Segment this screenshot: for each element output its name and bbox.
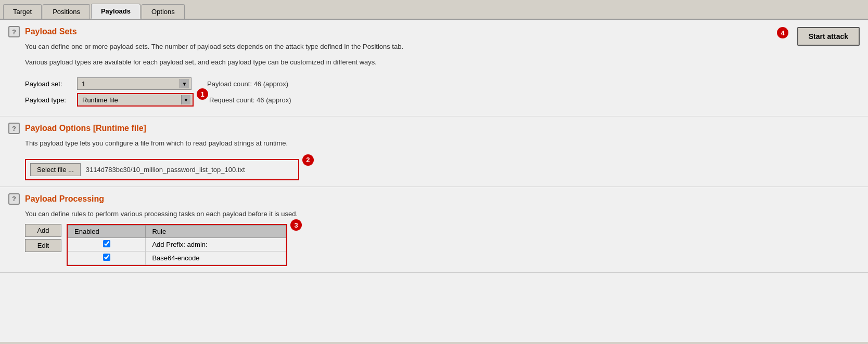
payload-type-select[interactable]: Runtime file ▼ xyxy=(78,94,193,105)
row2-enabled xyxy=(68,252,146,265)
payload-type-row: Payload type: Runtime file ▼ 1 Request c… xyxy=(25,93,860,107)
table-row: Base64-encode xyxy=(68,252,286,265)
payload-options-header: ? Payload Options [Runtime file] xyxy=(8,123,860,134)
payload-type-label: Payload type: xyxy=(25,96,77,104)
processing-table-wrapper: Enabled Rule Add Prefix: admin: xyxy=(67,224,287,266)
payload-type-value: Runtime file xyxy=(80,96,181,104)
row1-checkbox[interactable] xyxy=(103,240,110,247)
tab-target[interactable]: Target xyxy=(3,4,42,19)
payload-sets-header: ? Payload Sets xyxy=(8,26,860,37)
row2-rule: Base64-encode xyxy=(146,252,286,265)
request-count-label: Request count: 46 (approx) xyxy=(209,96,291,104)
tab-bar: Target Positions Payloads Options xyxy=(0,0,868,20)
add-rule-button[interactable]: Add xyxy=(25,224,61,237)
payload-sets-desc2: Various payload types are available for … xyxy=(25,57,860,68)
annotation-2: 2 xyxy=(302,154,314,166)
row1-rule: Add Prefix: admin: xyxy=(146,238,286,252)
row2-checkbox[interactable] xyxy=(103,254,110,261)
annotation-4: 4 xyxy=(777,27,788,38)
annotation-3: 3 xyxy=(290,219,302,231)
annotation-1: 1 xyxy=(197,88,208,100)
payload-processing-desc: You can define rules to perform various … xyxy=(25,209,860,219)
col-rule: Rule xyxy=(146,226,286,238)
select-file-button[interactable]: Select file ... xyxy=(30,163,81,176)
start-attack-button[interactable]: Start attack xyxy=(797,27,860,46)
row1-enabled xyxy=(68,238,146,252)
payload-processing-title: Payload Processing xyxy=(25,194,104,204)
payload-set-label: Payload set: xyxy=(25,80,77,88)
payload-processing-section: ? Payload Processing You can define rule… xyxy=(0,187,868,273)
payload-set-row: Payload set: 1 ▼ Payload count: 46 (appr… xyxy=(25,77,860,90)
tab-options[interactable]: Options xyxy=(142,4,185,19)
payload-processing-header: ? Payload Processing xyxy=(8,193,860,205)
payload-options-title: Payload Options [Runtime file] xyxy=(25,124,146,133)
payload-processing-help-icon[interactable]: ? xyxy=(8,193,20,205)
table-row: Add Prefix: admin: xyxy=(68,238,286,252)
file-select-area: Select file ... 3114d783bc30/10_million_… xyxy=(25,159,299,180)
tab-positions[interactable]: Positions xyxy=(43,4,90,19)
file-path-display: 3114d783bc30/10_million_password_list_to… xyxy=(86,166,294,174)
payload-options-help-icon[interactable]: ? xyxy=(8,123,20,134)
payload-set-select[interactable]: 1 ▼ xyxy=(77,77,192,90)
payload-type-arrow-icon[interactable]: ▼ xyxy=(181,95,190,104)
payload-set-arrow-icon[interactable]: ▼ xyxy=(180,79,189,88)
payload-options-section: ? Payload Options [Runtime file] This pa… xyxy=(0,116,868,187)
processing-table: Enabled Rule Add Prefix: admin: xyxy=(68,225,286,265)
payload-options-desc: This payload type lets you configure a f… xyxy=(25,138,860,149)
payload-sets-title: Payload Sets xyxy=(25,27,77,36)
payload-count-label: Payload count: 46 (approx) xyxy=(207,80,288,88)
processing-buttons: Add Edit xyxy=(25,224,61,252)
tab-payloads[interactable]: Payloads xyxy=(91,4,141,19)
payload-set-value: 1 xyxy=(80,80,180,88)
payload-sets-help-icon[interactable]: ? xyxy=(8,26,20,37)
processing-area: Add Edit Enabled Rule xyxy=(25,224,860,266)
col-enabled: Enabled xyxy=(68,226,146,238)
main-content: Start attack 4 ? Payload Sets You can de… xyxy=(0,20,868,342)
payload-sets-desc1: You can define one or more payload sets.… xyxy=(25,42,860,52)
edit-rule-button[interactable]: Edit xyxy=(25,239,61,252)
payload-sets-section: Start attack 4 ? Payload Sets You can de… xyxy=(0,20,868,116)
